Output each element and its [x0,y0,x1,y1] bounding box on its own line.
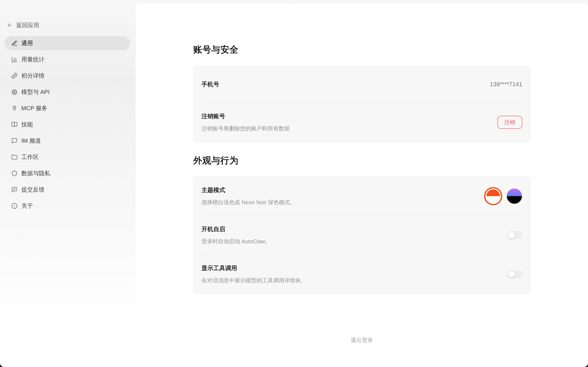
back-to-app-button[interactable]: 返回应用 [5,21,39,29]
info-icon [11,203,17,209]
theme-mode-text: 主题模式 选择橙白浅色或 Neon Noir 深色模式。 [201,186,296,206]
section-title-account: 账号与安全 [193,43,531,56]
theme-options [484,187,522,205]
sidebar-menu: 通用用量统计积分详情模型与 APIMCP 服务技能IM 频道工作区数据与隐私提交… [5,36,130,213]
arrow-left-icon [7,22,13,28]
phone-value: 139****7141 [490,81,522,88]
autostart-desc: 登录时自动启动 AutoClaw。 [201,238,271,245]
theme-option-dark[interactable] [507,188,522,204]
delete-account-text: 注销账号 注销账号将删除您的账户和所有数据 [201,112,290,132]
sidebar-item-label: 数据与隐私 [21,169,50,177]
sidebar-item-5[interactable]: MCP 服务 [5,101,130,115]
sidebar-item-9[interactable]: 数据与隐私 [5,166,130,180]
phone-row: 手机号 139****7141 [201,66,522,103]
theme-mode-desc: 选择橙白浅色或 Neon Noir 深色模式。 [201,199,296,206]
cpu-icon [11,89,17,95]
sidebar-item-label: 用量统计 [21,56,45,63]
theme-mode-row: 主题模式 选择橙白浅色或 Neon Noir 深色模式。 [201,177,522,216]
toolcalls-title: 显示工具调用 [201,264,306,272]
toolcalls-text: 显示工具调用 在对话消息中展示模型的工具调用详情块。 [201,264,306,284]
autostart-title: 开机自启 [201,225,271,233]
sidebar-item-2[interactable]: 用量统计 [5,52,130,67]
sidebar-item-8[interactable]: 工作区 [5,150,130,164]
sidebar-item-4[interactable]: 模型与 API [5,85,130,99]
sidebar-item-label: IM 频道 [21,137,41,145]
bar-chart-icon [11,56,17,63]
back-label: 返回应用 [16,21,39,29]
settings-content: 账号与安全 手机号 139****7141 注销账号 注销账号将删除您的账户和所… [193,3,531,344]
theme-light-swatch [486,189,500,203]
toolcalls-row: 显示工具调用 在对话消息中展示模型的工具调用详情块。 [201,255,522,294]
sidebar-item-label: 提交反馈 [21,186,45,193]
theme-option-light[interactable] [484,187,502,205]
logout-button[interactable]: 退出登录 [351,336,373,344]
message-square-icon [11,138,17,144]
toolcalls-desc: 在对话消息中展示模型的工具调用详情块。 [201,277,306,284]
sidebar-item-label: 技能 [21,121,33,128]
autostart-row: 开机自启 登录时自动启动 AutoClaw。 [201,216,522,255]
account-card: 手机号 139****7141 注销账号 注销账号将删除您的账户和所有数据 注销 [193,66,531,142]
theme-mode-title: 主题模式 [201,186,296,194]
delete-account-row: 注销账号 注销账号将删除您的账户和所有数据 注销 [201,103,522,142]
sidebar-item-label: 通用 [21,39,33,47]
main-panel: 账号与安全 手机号 139****7141 注销账号 注销账号将删除您的账户和所… [136,3,588,366]
sidebar-item-7[interactable]: IM 频道 [5,134,130,148]
delete-account-button[interactable]: 注销 [497,116,522,129]
sidebar: 返回应用 通用用量统计积分详情模型与 APIMCP 服务技能IM 频道工作区数据… [0,0,136,367]
toolcalls-toggle[interactable] [507,270,522,278]
autostart-toggle[interactable] [507,231,522,239]
toggle-knob [508,232,515,239]
settings-window: 返回应用 通用用量统计积分详情模型与 APIMCP 服务技能IM 频道工作区数据… [0,0,588,367]
sidebar-item-11[interactable]: 关于 [5,199,130,213]
logout-wrap: 退出登录 [193,336,531,344]
sidebar-item-label: 关于 [21,202,33,210]
sidebar-item-6[interactable]: 技能 [5,117,130,132]
pencil-icon [11,40,17,46]
sidebar-item-label: 积分详情 [21,72,45,80]
folder-icon [11,154,17,160]
appearance-card: 主题模式 选择橙白浅色或 Neon Noir 深色模式。 开机自启 登录时自动启… [193,176,531,294]
book-open-icon [11,122,17,128]
shield-icon [11,170,17,176]
phone-label: 手机号 [201,80,219,88]
plug-icon [11,105,17,111]
section-title-appearance: 外观与行为 [193,154,531,167]
sidebar-item-10[interactable]: 提交反馈 [5,183,130,197]
sidebar-item-1[interactable]: 通用 [5,36,130,50]
message-square-plus-icon [11,187,17,193]
coins-icon [11,73,17,79]
autostart-text: 开机自启 登录时自动启动 AutoClaw。 [201,225,271,245]
sidebar-item-3[interactable]: 积分详情 [5,69,130,83]
delete-account-desc: 注销账号将删除您的账户和所有数据 [201,125,290,132]
sidebar-item-label: MCP 服务 [21,104,47,112]
sidebar-item-label: 工作区 [21,153,39,161]
sidebar-item-label: 模型与 API [21,88,50,96]
toggle-knob [508,271,515,278]
delete-account-title: 注销账号 [201,112,290,120]
